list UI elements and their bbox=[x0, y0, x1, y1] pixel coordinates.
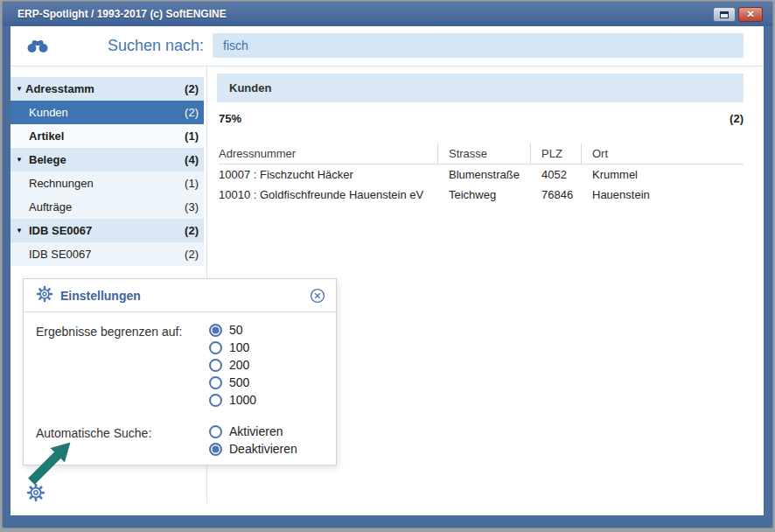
column-header-plz[interactable]: PLZ bbox=[531, 144, 582, 164]
results-panel-title: Kunden bbox=[217, 74, 744, 102]
table-cell[interactable]: 10007 : Fischzucht Häcker bbox=[219, 164, 438, 185]
auto-search-label: Automatische Suche: bbox=[36, 426, 151, 440]
table-cell[interactable]: Krummel bbox=[582, 164, 744, 185]
auto-search-deaktivieren[interactable]: Deaktivieren bbox=[209, 440, 297, 458]
sidebar-item-artikel[interactable]: Artikel (1) bbox=[10, 124, 204, 148]
table-cell[interactable]: Hauenstein bbox=[582, 185, 744, 205]
close-icon[interactable] bbox=[310, 288, 325, 307]
settings-popup: Einstellungen Ergebnisse begrenzen auf: … bbox=[23, 278, 337, 466]
result-count-badge: (2) bbox=[185, 82, 204, 95]
search-label: Suchen nach: bbox=[10, 33, 204, 58]
window-title: ERP-Spotlight / 1993-2017 (c) SoftENGINE bbox=[17, 8, 227, 20]
result-count-badge: (1) bbox=[185, 177, 204, 190]
sidebar-item-label: IDB SE0067 bbox=[29, 248, 92, 261]
sidebar-item-label: Artikel bbox=[29, 130, 64, 143]
limit-option-200[interactable]: 200 bbox=[209, 356, 256, 374]
sidebar-item-label: Aufträge bbox=[29, 200, 72, 214]
limit-option-1000[interactable]: 1000 bbox=[209, 391, 256, 409]
radio-icon[interactable] bbox=[209, 341, 222, 354]
limit-option-100[interactable]: 100 bbox=[209, 339, 256, 356]
titlebar[interactable]: ERP-Spotlight / 1993-2017 (c) SoftENGINE… bbox=[3, 2, 772, 26]
sidebar-item-label: Belege bbox=[29, 153, 66, 166]
chevron-down-icon: ▼ bbox=[16, 77, 24, 101]
chevron-down-icon: ▼ bbox=[16, 219, 24, 242]
restore-icon bbox=[720, 11, 729, 18]
sidebar-item-label: Rechnungen bbox=[29, 177, 94, 190]
sidebar-item-label: Kunden bbox=[29, 106, 68, 119]
limit-option-500[interactable]: 500 bbox=[209, 374, 256, 391]
chevron-down-icon: ▼ bbox=[16, 148, 24, 172]
settings-gear-button[interactable] bbox=[26, 483, 45, 506]
sidebar-item-idb-group[interactable]: ▼ IDB SE0067 (2) bbox=[10, 219, 204, 242]
radio-selected-icon[interactable] bbox=[209, 443, 222, 456]
table-cell[interactable]: Teichweg bbox=[438, 185, 531, 205]
sidebar-item-label: IDB SE0067 bbox=[29, 224, 92, 237]
sidebar-item-auftraege[interactable]: Aufträge (3) bbox=[10, 195, 204, 219]
radio-icon[interactable] bbox=[209, 394, 222, 407]
sidebar-item-belege[interactable]: ▼ Belege (4) bbox=[10, 148, 204, 172]
search-input[interactable] bbox=[213, 33, 744, 58]
header-divider bbox=[10, 66, 764, 66]
radio-selected-icon[interactable] bbox=[209, 324, 222, 337]
radio-icon[interactable] bbox=[209, 359, 222, 372]
limit-options-group: 50 100 200 500 1000 bbox=[209, 321, 256, 409]
table-cell[interactable]: 76846 bbox=[531, 185, 582, 205]
close-button[interactable]: ✕ bbox=[738, 7, 763, 22]
result-count-badge: (2) bbox=[185, 224, 204, 237]
window-content: Suchen nach: ▼ Adresstamm (2) Kunden (2)… bbox=[10, 26, 764, 515]
result-count-badge: (2) bbox=[185, 106, 204, 119]
result-count-badge: (4) bbox=[185, 153, 204, 166]
results-count: (2) bbox=[217, 112, 744, 125]
column-header-ort[interactable]: Ort bbox=[582, 144, 744, 164]
gear-icon bbox=[36, 285, 53, 306]
auto-search-options-group: Aktivieren Deaktivieren bbox=[209, 423, 297, 458]
table-cell[interactable]: Blumenstraße bbox=[438, 164, 531, 185]
table-cell[interactable]: 4052 bbox=[531, 164, 582, 185]
settings-popup-header: Einstellungen bbox=[24, 279, 336, 312]
table-cell[interactable]: 10010 : Goldfischfreunde Hauenstein eV bbox=[219, 185, 438, 205]
auto-search-aktivieren[interactable]: Aktivieren bbox=[209, 423, 297, 440]
column-header-adressnummer[interactable]: Adressnummer bbox=[219, 144, 438, 164]
limit-option-50[interactable]: 50 bbox=[209, 321, 256, 339]
results-table: Adressnummer Strasse PLZ Ort 10007 : Fis… bbox=[219, 144, 744, 205]
sidebar: ▼ Adresstamm (2) Kunden (2) Artikel (1) … bbox=[10, 77, 204, 266]
radio-icon[interactable] bbox=[209, 425, 222, 438]
sidebar-item-idb[interactable]: IDB SE0067 (2) bbox=[10, 242, 204, 266]
result-count-badge: (2) bbox=[185, 248, 204, 261]
sidebar-item-label: Adresstamm bbox=[25, 82, 94, 95]
column-header-strasse[interactable]: Strasse bbox=[438, 144, 531, 164]
result-count-badge: (3) bbox=[185, 200, 204, 214]
limit-results-label: Ergebnisse begrenzen auf: bbox=[36, 325, 182, 339]
radio-icon[interactable] bbox=[209, 376, 222, 389]
sidebar-item-kunden[interactable]: Kunden (2) bbox=[10, 101, 204, 124]
settings-popup-title: Einstellungen bbox=[60, 289, 141, 303]
sidebar-item-adresstamm[interactable]: ▼ Adresstamm (2) bbox=[10, 77, 204, 101]
sidebar-item-rechnungen[interactable]: Rechnungen (1) bbox=[10, 172, 204, 195]
app-window: ERP-Spotlight / 1993-2017 (c) SoftENGINE… bbox=[3, 2, 772, 528]
restore-button[interactable] bbox=[713, 7, 736, 22]
result-count-badge: (1) bbox=[185, 130, 204, 143]
